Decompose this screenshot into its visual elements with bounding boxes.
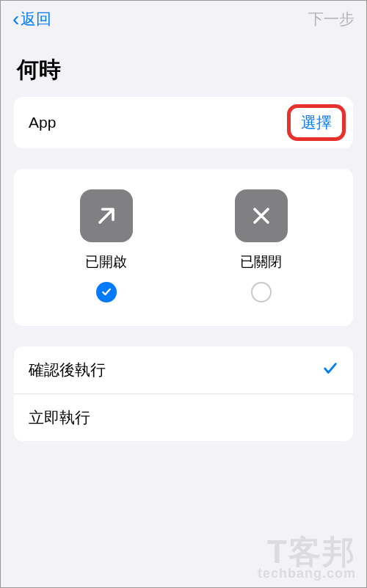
- arrow-up-right-icon: [80, 189, 133, 242]
- open-close-card: 已開啟 已關閉: [14, 169, 353, 326]
- option-closed-label: 已關閉: [240, 253, 282, 272]
- run-mode-card: 確認後執行 立即執行: [14, 346, 353, 441]
- next-label: 下一步: [308, 10, 355, 27]
- chevron-left-icon: ‹: [12, 9, 19, 29]
- app-row[interactable]: App 選擇: [14, 97, 353, 148]
- run-after-confirm-label: 確認後執行: [29, 360, 106, 380]
- back-button[interactable]: ‹ 返回: [12, 9, 51, 29]
- option-closed[interactable]: 已關閉: [235, 189, 288, 302]
- watermark-line2: techbang.com: [258, 567, 356, 580]
- run-immediately-row[interactable]: 立即執行: [14, 393, 353, 441]
- next-button[interactable]: 下一步: [308, 9, 355, 29]
- app-label: App: [29, 114, 56, 131]
- watermark-line1: T客邦: [258, 536, 356, 568]
- option-opened[interactable]: 已開啟: [80, 189, 133, 302]
- close-x-icon: [235, 189, 288, 242]
- back-label: 返回: [21, 9, 51, 29]
- page-title: 何時: [1, 37, 366, 97]
- run-after-confirm-row[interactable]: 確認後執行: [14, 346, 353, 393]
- radio-checked-icon: [96, 282, 117, 302]
- checkmark-icon: [322, 360, 338, 380]
- select-button[interactable]: 選擇: [301, 114, 332, 131]
- app-selector-card: App 選擇: [14, 97, 353, 148]
- run-immediately-label: 立即執行: [29, 407, 90, 428]
- highlight-annotation: 選擇: [287, 104, 346, 141]
- nav-header: ‹ 返回 下一步: [1, 1, 366, 37]
- radio-unchecked-icon: [251, 282, 272, 302]
- watermark: T客邦 techbang.com: [258, 536, 356, 580]
- option-opened-label: 已開啟: [85, 253, 127, 272]
